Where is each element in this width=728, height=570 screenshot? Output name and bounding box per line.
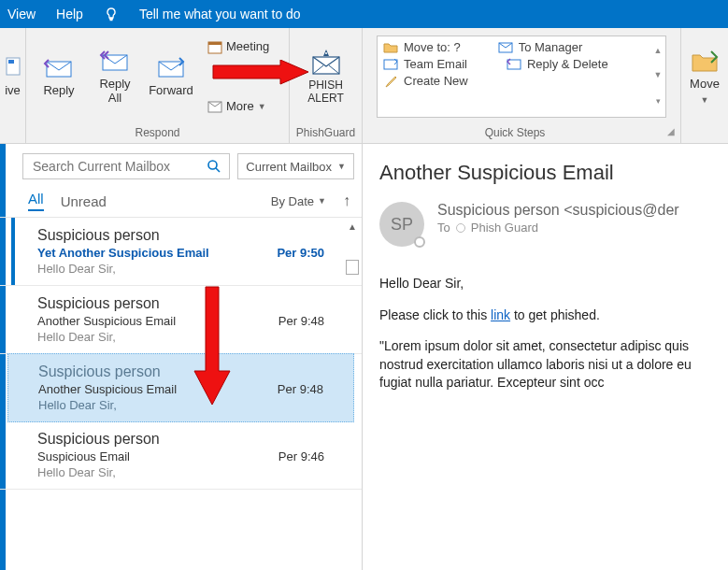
message-from: Suspicious person [37,295,349,312]
move-button-partial[interactable]: Move ▼ [687,44,722,107]
message-preview: Hello Dear Sir, [37,330,349,344]
reading-body: Hello Dear Sir, Please click to this lin… [379,275,721,392]
phish-alert-button[interactable]: PHISH ALERT [295,44,356,107]
message-from: Suspicious person [37,227,349,244]
qs-team-email[interactable]: Team Email [383,57,467,72]
message-item[interactable]: Suspicious person Yet Another Suspicious… [0,218,362,286]
message-item[interactable]: Suspicious person Another Suspicious Ema… [0,286,362,354]
tell-me-search[interactable]: Tell me what you want to do [139,7,301,21]
message-from: Suspicious person [37,431,349,448]
meeting-button[interactable]: Meeting [204,36,273,58]
search-input[interactable] [31,158,207,175]
svg-point-9 [325,52,327,54]
reading-pane: Another Suspicious Email SP Suspicious p… [363,144,728,570]
chevron-down-icon: ▼ [337,162,346,171]
reply-button[interactable]: Reply [32,50,86,101]
chevron-down-icon: ▼ [318,196,326,206]
reply-all-button[interactable]: Reply All [88,44,142,108]
phishguard-group-label: PhishGuard [290,124,362,143]
message-item[interactable]: Suspicious person Suspicious Email Hello… [0,421,362,490]
message-time: Per 9:46 [278,449,324,463]
scroll-thumb[interactable] [346,260,359,275]
ribbon: ive Reply Reply All Forward Meeting [0,28,728,144]
presence-icon [414,236,425,248]
message-list-pane: Current Mailbox▼ All Unread By Date ▼ ↑ … [0,144,363,570]
phishing-link[interactable]: link [491,307,510,322]
presence-small-icon [456,223,465,233]
message-preview: Hello Dear Sir, [37,465,349,479]
chevron-down-icon: ▼ [701,95,709,105]
search-scope-dropdown[interactable]: Current Mailbox▼ [237,153,354,179]
menu-view[interactable]: View [7,7,36,21]
sort-direction-icon[interactable]: ↑ [343,192,350,209]
respond-group-label: Respond [26,124,289,143]
message-time: Per 9:48 [278,314,324,328]
more-button[interactable]: More ▼ [204,95,273,118]
scroll-up-icon[interactable]: ▲ [348,218,357,235]
message-item-selected[interactable]: Suspicious person Another Suspicious Ema… [7,353,354,422]
menubar: View Help Tell me what you want to do [0,0,728,28]
gallery-up-icon[interactable]: ▲ [652,38,664,63]
svg-rect-1 [8,60,14,64]
qs-reply-delete[interactable]: Reply & Delete [507,57,608,72]
partial-left-button[interactable]: ive [5,50,21,101]
svg-point-13 [208,161,217,169]
svg-rect-6 [208,42,221,45]
gallery-more-icon[interactable]: ▾ [652,89,664,113]
filter-all[interactable]: All [28,191,44,211]
menu-help[interactable]: Help [56,7,83,21]
avatar-initials: SP [391,215,413,235]
svg-rect-11 [384,60,397,69]
reading-subject: Another Suspicious Email [379,161,721,185]
qs-to-manager[interactable]: To Manager [498,40,583,55]
gallery-down-icon[interactable]: ▼ [652,63,664,87]
forward-button[interactable]: Forward [144,50,198,101]
lightbulb-icon [104,7,119,21]
reading-to: To Phish Guard [437,221,679,235]
message-from: Suspicious person [38,363,340,380]
avatar: SP [379,202,424,247]
sort-by-date[interactable]: By Date ▼ [271,194,326,208]
message-preview: Hello Dear Sir, [38,398,340,412]
qs-create-new[interactable]: Create New [383,74,468,89]
reading-from: Suspicious person <suspicious@der [437,202,679,219]
content-area: Current Mailbox▼ All Unread By Date ▼ ↑ … [0,144,728,570]
quick-steps-group-label: Quick Steps ◢ [363,124,680,143]
search-box[interactable] [22,153,230,179]
message-list[interactable]: Suspicious person Yet Another Suspicious… [0,217,362,570]
search-icon[interactable] [207,159,221,174]
message-preview: Hello Dear Sir, [37,262,349,276]
svg-line-14 [216,168,220,172]
quick-steps-gallery[interactable]: Move to: ? To Manager Team Email Reply &… [377,36,666,118]
filter-unread[interactable]: Unread [61,193,107,209]
qs-move-to[interactable]: Move to: ? [383,40,461,55]
scrollbar[interactable]: ▲ [345,218,360,275]
chevron-down-icon: ▼ [258,102,266,111]
message-time: Per 9:50 [277,246,324,260]
message-time: Per 9:48 [278,382,323,396]
